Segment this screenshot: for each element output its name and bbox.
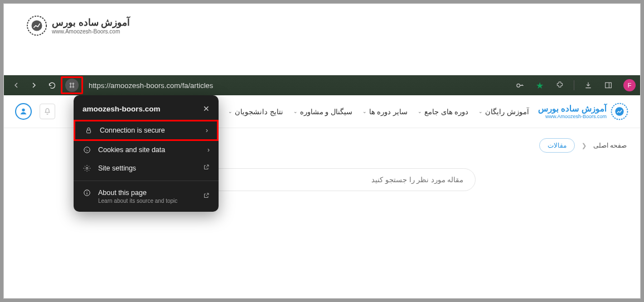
svg-rect-3: [606, 82, 612, 87]
side-panel-icon[interactable]: [600, 77, 617, 93]
svg-point-11: [87, 150, 88, 150]
gear-icon: [83, 164, 91, 172]
forward-button[interactable]: [26, 77, 42, 93]
reload-button[interactable]: [44, 77, 60, 93]
svg-point-9: [84, 147, 90, 153]
profile-avatar[interactable]: F: [623, 79, 636, 91]
svg-point-10: [86, 149, 86, 149]
menu-item-4[interactable]: نتایج دانشجویان⌄: [228, 108, 283, 116]
header-brand-url: www.Amoozesh-Boors.com: [52, 28, 130, 35]
menu-item-3[interactable]: سیگنال و مشاوره⌄: [293, 108, 352, 116]
site-info-highlight: [61, 76, 83, 94]
download-icon[interactable]: [580, 77, 597, 93]
svg-point-5: [22, 109, 25, 111]
close-icon[interactable]: ✕: [203, 104, 210, 113]
site-settings-row[interactable]: Site settings: [74, 159, 219, 177]
address-bar[interactable]: https://amoozesh-boors.com/fa/articles: [89, 81, 509, 90]
header-brand-text: آموزش ساده بورس: [52, 17, 130, 28]
key-icon[interactable]: [511, 77, 528, 93]
about-page-sublabel: Learn about its source and topic: [98, 198, 177, 204]
cookies-label: Cookies and site data: [98, 146, 165, 154]
connection-secure-row[interactable]: Connection is secure ›: [74, 120, 219, 141]
header-logo-icon: [26, 15, 47, 36]
site-logo-icon: [610, 102, 629, 121]
cookies-row[interactable]: Cookies and site data ›: [74, 141, 219, 159]
cookie-icon: [83, 146, 91, 154]
browser-toolbar: https://amoozesh-boors.com/fa/articles ★…: [4, 75, 640, 95]
site-info-button[interactable]: [65, 79, 79, 92]
site-logo[interactable]: آموزش ساده بورس www.Amoozesh-Boors.com: [538, 102, 629, 121]
connection-secure-label: Connection is secure: [100, 126, 165, 134]
svg-point-12: [86, 150, 87, 151]
chevron-down-icon: ⌄: [228, 109, 233, 114]
site-logo-url: www.Amoozesh-Boors.com: [545, 114, 607, 119]
popup-site-name: amoozesh-boors.com: [83, 105, 161, 113]
chevron-down-icon: ⌄: [418, 109, 422, 114]
breadcrumb-current: مقالات: [539, 138, 575, 153]
svg-point-1: [32, 21, 42, 31]
divider: [74, 181, 219, 181]
page-header: آموزش ساده بورس www.Amoozesh-Boors.com: [26, 15, 130, 36]
info-circle-icon: [83, 189, 91, 197]
chevron-down-icon: ⌄: [293, 109, 298, 114]
svg-point-2: [516, 84, 520, 87]
chevron-right-icon: ›: [207, 146, 210, 154]
chevron-right-icon: ›: [206, 126, 208, 134]
about-page-row[interactable]: About this page Learn about its source a…: [74, 184, 219, 205]
svg-rect-8: [87, 130, 91, 133]
back-button[interactable]: [8, 77, 24, 93]
svg-point-7: [615, 107, 623, 115]
site-info-popup: amoozesh-boors.com ✕ Connection is secur…: [74, 95, 219, 212]
user-avatar-icon[interactable]: [15, 103, 32, 120]
notifications-icon[interactable]: [40, 104, 55, 119]
site-settings-label: Site settings: [98, 164, 136, 172]
chevron-down-icon: ⌄: [362, 109, 367, 114]
site-logo-text: آموزش ساده بورس: [538, 104, 607, 114]
bookmark-star-icon[interactable]: ★: [531, 77, 548, 93]
frame: آموزش ساده بورس www.Amoozesh-Boors.com h…: [3, 3, 641, 299]
chevron-down-icon: ⌄: [478, 109, 483, 114]
breadcrumb-home[interactable]: صفحه اصلی: [593, 142, 627, 149]
external-link-icon: [203, 164, 210, 172]
lock-icon: [84, 126, 93, 134]
extensions-icon[interactable]: [551, 77, 568, 93]
menu-item-2[interactable]: سایر دوره ها⌄: [362, 108, 408, 116]
svg-point-13: [86, 167, 88, 169]
main-menu: آموزش رایگان⌄ دوره های جامع⌄ سایر دوره ه…: [208, 108, 529, 116]
about-page-label: About this page: [98, 189, 147, 197]
menu-item-0[interactable]: آموزش رایگان⌄: [478, 108, 529, 116]
menu-item-1[interactable]: دوره های جامع⌄: [418, 108, 468, 116]
external-link-icon: [203, 192, 210, 201]
chevron-left-icon: ❮: [582, 142, 587, 149]
